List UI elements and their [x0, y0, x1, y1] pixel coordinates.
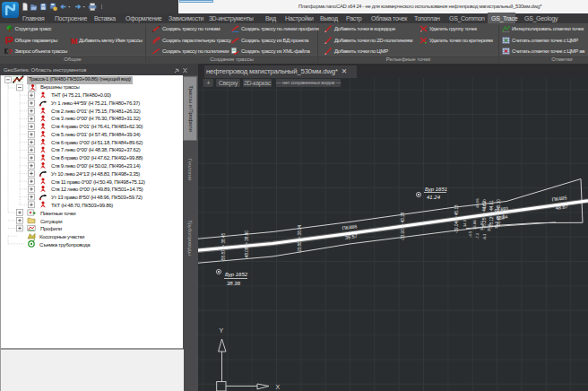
svg-text:ПК485: ПК485 — [551, 195, 566, 202]
svg-text:36.02: 36.02 — [480, 221, 484, 230]
svg-text:38.36: 38.36 — [227, 281, 241, 286]
svg-text:-8.1: -8.1 — [482, 233, 487, 240]
svg-text:M: M — [71, 37, 78, 44]
svg-text:41.24: 41.24 — [427, 195, 441, 200]
svg-text:40.96: 40.96 — [475, 198, 480, 208]
svg-text:-23.80: -23.80 — [298, 241, 302, 253]
svg-text:Y: Y — [220, 327, 224, 334]
svg-text:-33.90: -33.90 — [401, 229, 405, 240]
svg-text:35.88: 35.88 — [472, 220, 477, 230]
svg-text:-48.08: -48.08 — [245, 247, 249, 258]
svg-text:43.18: 43.18 — [401, 212, 405, 222]
svg-text:38.45: 38.45 — [221, 233, 226, 244]
svg-text:48.87: 48.87 — [555, 204, 568, 211]
svg-text:39.57: 39.57 — [344, 233, 358, 240]
svg-text:X: X — [276, 384, 281, 390]
svg-text:?: ? — [8, 48, 13, 55]
svg-text:62.94: 62.94 — [496, 213, 507, 221]
svg-text:38.40: 38.40 — [245, 230, 249, 241]
svg-text:35.1: 35.1 — [494, 221, 498, 229]
svg-text:-58.87: -58.87 — [221, 249, 226, 261]
svg-text:35.6: 35.6 — [487, 223, 491, 231]
svg-text:-39.04: -39.04 — [454, 222, 459, 233]
svg-text:44.91: 44.91 — [489, 200, 494, 211]
svg-text:38.94: 38.94 — [298, 224, 302, 235]
svg-text:Бур 1651: Бур 1651 — [425, 187, 447, 192]
svg-text:45.18: 45.18 — [454, 204, 459, 215]
svg-text:41.30: 41.30 — [482, 199, 487, 209]
svg-text:Бур 1652: Бур 1652 — [225, 272, 248, 277]
svg-text:ПК486: ПК486 — [342, 223, 357, 230]
svg-text:-4.5: -4.5 — [468, 230, 472, 238]
svg-text:-7.2: -7.2 — [475, 232, 480, 239]
svg-text:34.9: 34.9 — [463, 219, 467, 227]
